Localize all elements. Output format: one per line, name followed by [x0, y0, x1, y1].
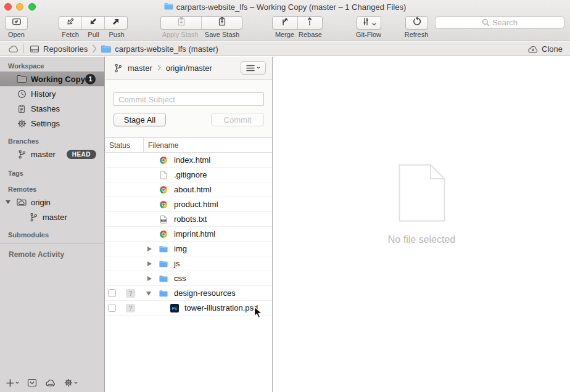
- search-input[interactable]: Search: [435, 16, 564, 29]
- disclosure-triangle[interactable]: [147, 261, 152, 266]
- sidebar: Workspace Working Copy 1 History Stashes: [0, 57, 105, 392]
- column-header-status[interactable]: Status: [105, 138, 144, 152]
- html-file-icon: [159, 186, 168, 194]
- sidebar-header-tags: Tags: [0, 168, 104, 179]
- disclosure-triangle[interactable]: [147, 276, 152, 281]
- stashes-clipboard-icon: [17, 104, 27, 113]
- empty-document-icon: [399, 164, 445, 224]
- file-name: img: [174, 244, 187, 253]
- pull-button[interactable]: [82, 17, 105, 29]
- fetch-button[interactable]: [59, 17, 82, 29]
- sidebar-header-workspace: Workspace: [0, 60, 104, 71]
- commit-area: Stage All Commit: [105, 80, 272, 138]
- repo-folder-icon: [101, 45, 111, 53]
- push-button[interactable]: [105, 17, 127, 29]
- stage-checkbox[interactable]: [108, 304, 116, 312]
- sidebar-item-label: Stashes: [31, 104, 60, 113]
- file-list-header: Status Filename: [105, 138, 272, 153]
- disclosure-triangle[interactable]: [147, 247, 152, 251]
- file-name: tower-illustration.psd: [184, 303, 258, 312]
- git-flow-button[interactable]: [357, 16, 381, 30]
- pull-label: Pull: [82, 31, 105, 38]
- breadcrumb-repositories[interactable]: Repositories: [30, 44, 88, 54]
- changed-files-badge: 1: [85, 74, 96, 84]
- table-row[interactable]: product.html: [105, 197, 272, 212]
- table-row[interactable]: img: [105, 242, 272, 256]
- apply-stash-button[interactable]: [161, 17, 202, 29]
- refresh-label: Refresh: [402, 31, 431, 38]
- table-row[interactable]: ?Pstower-illustration.psd: [105, 301, 272, 316]
- services-cloud-icon[interactable]: [8, 44, 19, 53]
- repositories-drive-icon: [30, 44, 39, 54]
- sidebar-footer: [0, 374, 104, 392]
- merge-button[interactable]: [273, 17, 298, 29]
- gear-menu-button[interactable]: [64, 378, 78, 387]
- push-icon: [111, 17, 121, 29]
- toolbar: carparts-website_lfs – Working Copy (mas…: [0, 0, 570, 41]
- repositories-label: Repositories: [43, 44, 88, 54]
- breadcrumb-repo[interactable]: carparts-website_lfs (master): [101, 44, 218, 54]
- sidebar-item-remote-branch-master[interactable]: master: [0, 210, 104, 224]
- column-header-filename[interactable]: Filename: [144, 141, 178, 150]
- save-stash-label: Save Stash: [202, 31, 242, 38]
- sidebar-item-working-copy[interactable]: Working Copy 1: [0, 71, 104, 86]
- sidebar-item-stashes[interactable]: Stashes: [0, 101, 104, 116]
- fetch-label: Fetch: [59, 31, 82, 38]
- disclosure-triangle[interactable]: [146, 292, 151, 296]
- table-row[interactable]: .gitignore: [105, 168, 272, 182]
- head-badge: HEAD: [67, 150, 96, 159]
- history-clock-icon: [17, 89, 27, 99]
- tray-icon[interactable]: [27, 378, 37, 387]
- pathbar-divider: [23, 44, 24, 53]
- repo-label: carparts-website_lfs (master): [115, 44, 218, 54]
- sidebar-item-history[interactable]: History: [0, 86, 104, 101]
- sidebar-header-submodules: Submodules: [0, 229, 104, 240]
- open-icon: [12, 17, 22, 29]
- commit-button[interactable]: Commit: [211, 113, 264, 126]
- table-row[interactable]: ?design-resources: [105, 286, 272, 301]
- search-placeholder: Search: [492, 18, 518, 27]
- file-name: index.html: [174, 155, 210, 165]
- open-button[interactable]: [5, 16, 28, 30]
- sidebar-item-branch-master[interactable]: master HEAD: [0, 147, 104, 161]
- save-stash-button[interactable]: [202, 17, 242, 29]
- view-options-button[interactable]: [241, 61, 266, 75]
- folder-file-icon: [159, 274, 168, 283]
- fetch-icon: [65, 17, 75, 29]
- table-row[interactable]: about.html: [105, 182, 272, 197]
- save-stash-icon: [217, 17, 227, 29]
- stage-checkbox[interactable]: [108, 289, 116, 297]
- commit-subject-input[interactable]: [114, 92, 264, 106]
- sidebar-item-label: Settings: [31, 119, 60, 128]
- branch-icon: [28, 212, 38, 222]
- remote-actions-group: [59, 16, 128, 30]
- sidebar-item-label: History: [31, 89, 56, 99]
- disclosure-triangle[interactable]: [6, 200, 10, 204]
- table-row[interactable]: imprint.html: [105, 227, 272, 242]
- git-flow-icon: [361, 17, 370, 28]
- open-label: Open: [5, 31, 28, 38]
- add-button[interactable]: [6, 379, 19, 387]
- table-row[interactable]: TXTrobots.txt: [105, 212, 272, 227]
- file-name: product.html: [174, 200, 218, 209]
- working-copy-folder-icon: [17, 74, 27, 84]
- titlebar[interactable]: carparts-website_lfs – Working Copy (mas…: [0, 0, 570, 14]
- rebase-button[interactable]: [298, 17, 323, 29]
- stage-all-button[interactable]: Stage All: [114, 113, 166, 126]
- cloud-icon[interactable]: [45, 378, 56, 387]
- sidebar-item-remote-origin[interactable]: origin: [0, 195, 104, 210]
- remote-folder-cloud-icon: [17, 197, 27, 207]
- app-window: carparts-website_lfs – Working Copy (mas…: [0, 0, 570, 392]
- table-row[interactable]: js: [105, 256, 272, 271]
- clone-button[interactable]: Clone: [527, 42, 563, 56]
- window-title: carparts-website_lfs – Working Copy (mas…: [176, 2, 407, 12]
- table-row[interactable]: index.html: [105, 153, 272, 168]
- refresh-button[interactable]: [405, 16, 428, 30]
- search-icon: [482, 18, 490, 27]
- sidebar-item-settings[interactable]: Settings: [0, 116, 104, 131]
- table-row[interactable]: css: [105, 271, 272, 286]
- merge-actions-group: [272, 16, 323, 30]
- breadcrumb-chevron-icon: [92, 44, 97, 53]
- remote-branch-label: master: [43, 213, 67, 222]
- file-name: js: [174, 259, 180, 268]
